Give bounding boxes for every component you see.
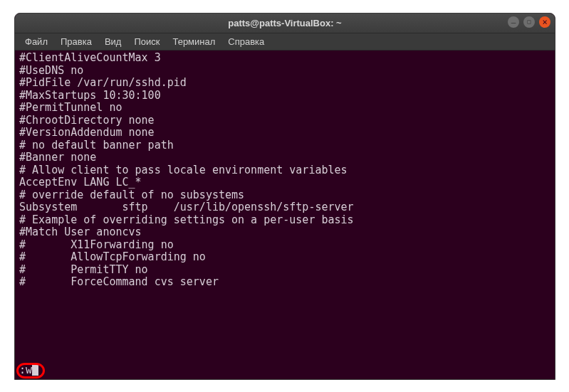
close-icon[interactable] — [539, 16, 550, 28]
config-line: # Allow client to pass locale environmen… — [19, 164, 550, 177]
config-line: # ForceCommand cvs server — [19, 276, 550, 289]
menu-file[interactable]: Файл — [19, 35, 53, 48]
config-line: #ChrootDirectory none — [19, 115, 550, 127]
menu-help[interactable]: Справка — [222, 35, 270, 48]
terminal-window: patts@patts-VirtualBox: ~ Файл Правка Ви… — [14, 13, 555, 380]
config-line: # no default banner path — [19, 139, 550, 152]
config-line: Subsystem sftp /usr/lib/openssh/sftp-ser… — [19, 201, 550, 214]
menubar: Файл Правка Вид Поиск Терминал Справка — [15, 33, 555, 51]
vim-command-line[interactable]: :w — [19, 364, 38, 377]
config-line: # AllowTcpForwarding no — [19, 251, 550, 264]
menu-search[interactable]: Поиск — [128, 35, 165, 48]
config-line: AcceptEnv LANG LC_* — [19, 176, 550, 189]
config-line: # PermitTTY no — [19, 264, 550, 277]
config-line: # X11Forwarding no — [19, 239, 550, 252]
config-line: #MaxStartups 10:30:100 — [19, 90, 550, 102]
window-controls — [508, 16, 550, 28]
menu-view[interactable]: Вид — [99, 35, 127, 48]
config-line: #ClientAliveCountMax 3 — [19, 52, 550, 65]
terminal-content[interactable]: #ClientAliveCountMax 3 #UseDNS no #PidFi… — [15, 51, 555, 379]
titlebar: patts@patts-VirtualBox: ~ — [15, 14, 555, 33]
config-line: #Match User anoncvs — [19, 226, 550, 239]
maximize-icon[interactable] — [523, 16, 535, 28]
menu-edit[interactable]: Правка — [55, 35, 98, 48]
config-line: #VersionAddendum none — [19, 127, 550, 139]
config-line: # Example of overriding settings on a pe… — [19, 214, 550, 227]
minimize-icon[interactable] — [508, 16, 519, 28]
config-line: #UseDNS no — [19, 65, 550, 78]
vim-command-text: :w — [19, 364, 32, 377]
config-line: #Banner none — [19, 152, 550, 164]
cursor-icon — [32, 364, 38, 376]
config-line: #PermitTunnel no — [19, 102, 550, 115]
config-line: # override default of no subsystems — [19, 189, 550, 202]
config-line: #PidFile /var/run/sshd.pid — [19, 77, 550, 90]
window-title: patts@patts-VirtualBox: ~ — [228, 18, 341, 28]
menu-terminal[interactable]: Терминал — [167, 35, 221, 48]
